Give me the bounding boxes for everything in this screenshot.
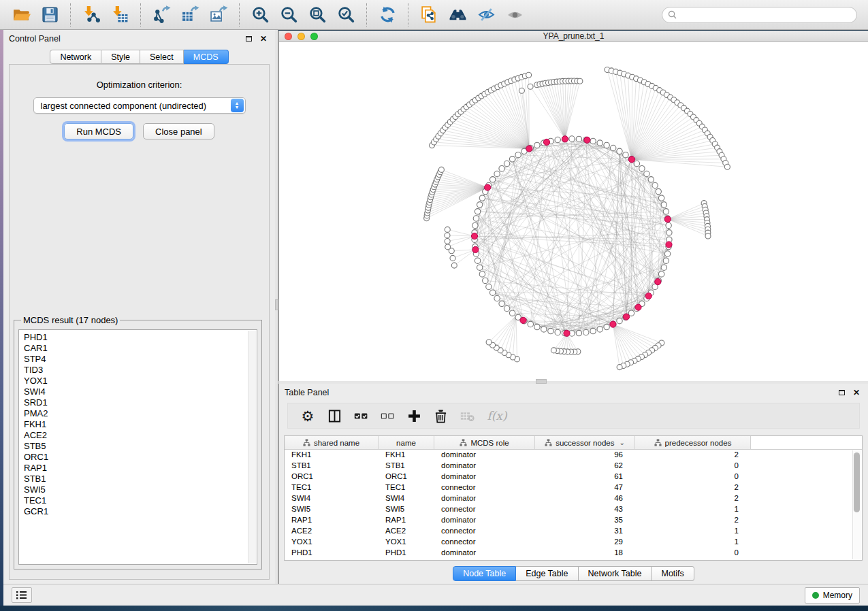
export-network-icon[interactable] bbox=[150, 4, 172, 26]
tab-mcds[interactable]: MCDS bbox=[184, 50, 229, 64]
cell-successor-nodes[interactable]: 18 bbox=[535, 548, 635, 559]
network-canvas[interactable] bbox=[279, 42, 868, 381]
column-header-successor-nodes[interactable]: successor nodes⌄ bbox=[535, 436, 635, 449]
cell-name[interactable]: YOX1 bbox=[379, 537, 434, 548]
tab-motifs[interactable]: Motifs bbox=[652, 566, 694, 581]
cell-MCDS-role[interactable]: dominator bbox=[434, 450, 535, 461]
tab-select[interactable]: Select bbox=[140, 50, 184, 64]
find-icon[interactable] bbox=[447, 4, 468, 26]
network-graph[interactable] bbox=[279, 42, 868, 381]
table-scrollbar[interactable] bbox=[852, 450, 861, 559]
hide-selected-icon[interactable] bbox=[475, 4, 497, 26]
cell-predecessor-nodes[interactable]: 1 bbox=[635, 504, 751, 515]
cell-MCDS-role[interactable]: dominator bbox=[434, 515, 535, 526]
cell-MCDS-role[interactable]: connector bbox=[434, 526, 535, 537]
table-row[interactable]: PHD1PHD1dominator180 bbox=[285, 548, 862, 559]
result-node-item[interactable]: ACE2 bbox=[24, 430, 257, 441]
cell-successor-nodes[interactable]: 61 bbox=[535, 472, 635, 482]
zoom-fit-icon[interactable] bbox=[306, 4, 328, 26]
table-row[interactable]: SWI5SWI5connector431 bbox=[285, 504, 862, 515]
cell-name[interactable]: TEC1 bbox=[379, 482, 434, 493]
result-node-item[interactable]: FKH1 bbox=[24, 419, 257, 430]
table-row[interactable]: RAP1RAP1dominator352 bbox=[285, 515, 862, 526]
cell-MCDS-role[interactable]: connector bbox=[434, 504, 535, 515]
result-node-item[interactable]: GCR1 bbox=[24, 506, 257, 517]
table-row[interactable]: SWI4SWI4dominator462 bbox=[285, 493, 862, 504]
cell-shared-name[interactable]: FKH1 bbox=[285, 450, 379, 461]
cell-MCDS-role[interactable]: dominator bbox=[434, 493, 535, 504]
cell-predecessor-nodes[interactable]: 2 bbox=[635, 482, 751, 493]
search-field[interactable] bbox=[662, 7, 857, 23]
tab-node-table[interactable]: Node Table bbox=[453, 566, 516, 581]
result-node-item[interactable]: CAR1 bbox=[24, 343, 257, 354]
cell-predecessor-nodes[interactable]: 0 bbox=[635, 548, 751, 559]
export-table-icon[interactable] bbox=[179, 4, 201, 26]
cell-MCDS-role[interactable]: dominator bbox=[434, 472, 535, 482]
memory-button[interactable]: Memory bbox=[805, 587, 860, 604]
close-panel-button[interactable]: ✕ bbox=[850, 387, 863, 398]
splitter-grip[interactable] bbox=[536, 379, 547, 384]
mcds-result-list[interactable]: PHD1CAR1STP4TID3YOX1SWI4SRD1PMA2FKH1ACE2… bbox=[18, 329, 257, 565]
result-node-item[interactable]: STP4 bbox=[24, 354, 257, 365]
cell-shared-name[interactable]: ORC1 bbox=[285, 472, 379, 482]
save-session-icon[interactable] bbox=[39, 4, 61, 26]
cell-predecessor-nodes[interactable]: 0 bbox=[635, 461, 751, 472]
cell-name[interactable]: SWI5 bbox=[379, 504, 434, 515]
column-header-predecessor-nodes[interactable]: predecessor nodes bbox=[635, 436, 751, 449]
tab-style[interactable]: Style bbox=[101, 50, 140, 64]
zoom-selected-icon[interactable] bbox=[335, 4, 357, 26]
search-input[interactable] bbox=[680, 10, 851, 20]
float-panel-button[interactable] bbox=[835, 387, 848, 398]
cell-predecessor-nodes[interactable]: 0 bbox=[635, 472, 751, 482]
cell-MCDS-role[interactable]: dominator bbox=[434, 461, 535, 472]
cell-successor-nodes[interactable]: 96 bbox=[535, 450, 635, 461]
open-file-icon[interactable] bbox=[10, 4, 32, 26]
cell-successor-nodes[interactable]: 35 bbox=[535, 515, 635, 526]
cell-name[interactable]: STB1 bbox=[379, 461, 434, 472]
result-node-item[interactable]: STB1 bbox=[24, 474, 257, 484]
import-network-icon[interactable] bbox=[80, 4, 102, 26]
close-panel-button[interactable]: ✕ bbox=[257, 33, 270, 44]
result-node-item[interactable]: RAP1 bbox=[24, 463, 257, 474]
network-from-selection-icon[interactable] bbox=[418, 4, 440, 26]
zoom-out-icon[interactable] bbox=[278, 4, 300, 26]
tab-network[interactable]: Network bbox=[50, 50, 101, 64]
cell-shared-name[interactable]: STB1 bbox=[285, 461, 379, 472]
cell-successor-nodes[interactable]: 43 bbox=[535, 504, 635, 515]
table-row[interactable]: FKH1FKH1dominator962 bbox=[285, 450, 862, 461]
cell-predecessor-nodes[interactable]: 1 bbox=[635, 526, 751, 537]
table-row[interactable]: ORC1ORC1dominator610 bbox=[285, 472, 862, 482]
deselect-all-rows-icon[interactable] bbox=[377, 406, 398, 426]
delete-column-icon[interactable] bbox=[430, 406, 451, 426]
cell-predecessor-nodes[interactable]: 2 bbox=[635, 450, 751, 461]
cell-name[interactable]: ORC1 bbox=[379, 472, 434, 482]
result-node-item[interactable]: ORC1 bbox=[24, 452, 257, 463]
cell-MCDS-role[interactable]: dominator bbox=[434, 548, 535, 559]
float-panel-button[interactable] bbox=[242, 33, 255, 44]
optimization-criterion-select[interactable]: largest connected component (undirected)… bbox=[33, 97, 246, 114]
close-panel-button-mcds[interactable]: Close panel bbox=[143, 123, 214, 139]
cell-name[interactable]: SWI4 bbox=[379, 493, 434, 504]
add-column-icon[interactable] bbox=[404, 406, 424, 426]
cell-shared-name[interactable]: SWI5 bbox=[285, 504, 379, 515]
table-row[interactable]: ACE2ACE2connector311 bbox=[285, 526, 862, 537]
cell-successor-nodes[interactable]: 31 bbox=[535, 526, 635, 537]
result-node-item[interactable]: PHD1 bbox=[24, 332, 257, 343]
cell-shared-name[interactable]: YOX1 bbox=[285, 537, 379, 548]
apply-layout-icon[interactable] bbox=[376, 4, 398, 26]
export-image-icon[interactable] bbox=[208, 4, 229, 26]
cell-shared-name[interactable]: RAP1 bbox=[285, 515, 379, 526]
result-node-item[interactable]: TID3 bbox=[24, 365, 257, 376]
scrollbar-thumb[interactable] bbox=[854, 452, 860, 512]
run-mcds-button[interactable]: Run MCDS bbox=[64, 123, 133, 139]
cell-predecessor-nodes[interactable]: 1 bbox=[635, 537, 751, 548]
result-node-item[interactable]: SRD1 bbox=[24, 397, 257, 408]
cell-shared-name[interactable]: PHD1 bbox=[285, 548, 379, 559]
table-row[interactable]: STB1STB1dominator620 bbox=[285, 461, 862, 472]
table-row[interactable]: TEC1TEC1connector472 bbox=[285, 482, 862, 493]
cell-MCDS-role[interactable]: connector bbox=[434, 537, 535, 548]
cell-predecessor-nodes[interactable]: 2 bbox=[635, 515, 751, 526]
cell-successor-nodes[interactable]: 46 bbox=[535, 493, 635, 504]
result-scrollbar[interactable] bbox=[248, 331, 256, 563]
cell-MCDS-role[interactable]: connector bbox=[434, 482, 535, 493]
